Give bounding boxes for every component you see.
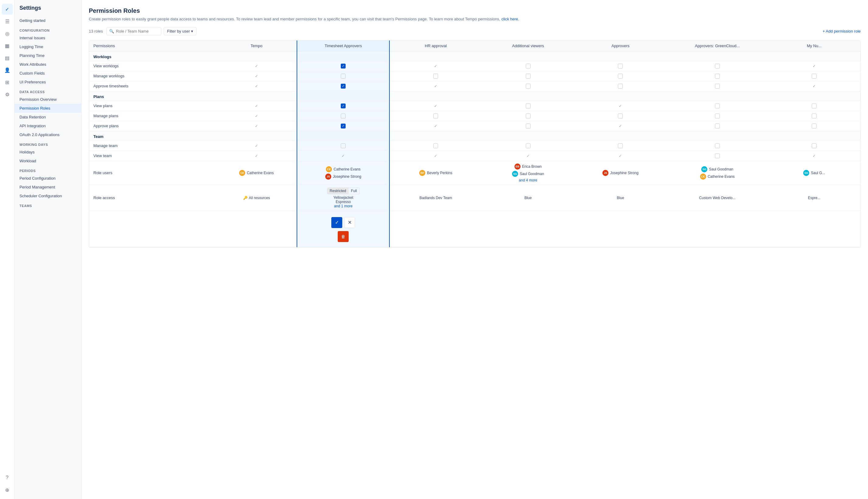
people-icon[interactable]: 👤 bbox=[2, 64, 13, 75]
approvers-cell[interactable] bbox=[575, 71, 667, 81]
approvers-cell[interactable] bbox=[575, 81, 667, 91]
hr-approval-cell[interactable]: ✓ bbox=[389, 61, 482, 71]
sidebar-item-period-management[interactable]: Period Management bbox=[15, 183, 81, 192]
tempo-cell[interactable]: ✓ bbox=[216, 71, 297, 81]
sidebar-item-logging-time[interactable]: Logging Time bbox=[15, 42, 81, 51]
approvers-cell[interactable]: ✓ bbox=[575, 121, 667, 131]
tempo-cell[interactable]: ✓ bbox=[216, 61, 297, 71]
my-num-cell[interactable]: ✓ bbox=[768, 61, 860, 71]
confirm-button[interactable]: ✓ bbox=[331, 217, 342, 228]
approvers-gc-cell[interactable] bbox=[667, 111, 768, 121]
sidebar-item-data-retention[interactable]: Data Retention bbox=[15, 113, 81, 121]
timesheet-cell[interactable] bbox=[297, 71, 389, 81]
more-teams-link[interactable]: and 1 more bbox=[333, 204, 353, 208]
hr-approval-cell[interactable] bbox=[389, 111, 482, 121]
delete-button[interactable]: 🗑 bbox=[338, 231, 349, 242]
my-num-cell[interactable] bbox=[768, 111, 860, 121]
sidebar-item-internal-issues[interactable]: Internal Issues bbox=[15, 34, 81, 42]
role-access-label: Role access bbox=[89, 185, 216, 211]
sidebar-item-scheduler-config[interactable]: Scheduler Configuration bbox=[15, 192, 81, 200]
sidebar-item-holidays[interactable]: Holidays bbox=[15, 148, 81, 157]
bar-chart-icon[interactable]: ▤ bbox=[2, 52, 13, 63]
more-users-link[interactable]: and 4 more bbox=[519, 178, 537, 182]
filter-button[interactable]: Filter by user ▾ bbox=[164, 27, 197, 35]
full-option[interactable]: Full bbox=[349, 188, 359, 194]
help-icon[interactable]: ? bbox=[2, 472, 13, 483]
hr-approval-cell[interactable] bbox=[389, 141, 482, 151]
table-row: View team ✓ ✓ ✓ ✓ ✓ ✓ bbox=[89, 151, 860, 161]
additional-cell[interactable] bbox=[482, 101, 575, 111]
expand-icon[interactable]: ⊕ bbox=[2, 484, 13, 495]
approvers-gc-cell[interactable] bbox=[667, 101, 768, 111]
timesheet-cell[interactable]: ✓ bbox=[297, 61, 389, 71]
timesheet-cell[interactable]: ✓ bbox=[297, 151, 389, 161]
approvers-cell[interactable] bbox=[575, 111, 667, 121]
approvers-gc-cell[interactable] bbox=[667, 81, 768, 91]
add-permission-role-button[interactable]: + Add permission role bbox=[823, 29, 861, 34]
approvers-cell[interactable] bbox=[575, 61, 667, 71]
my-num-cell[interactable] bbox=[768, 71, 860, 81]
timesheet-cell[interactable] bbox=[297, 111, 389, 121]
tempo-cell[interactable]: ✓ bbox=[216, 151, 297, 161]
home-icon[interactable]: ✓ bbox=[2, 4, 13, 15]
approvers-cell[interactable]: ✓ bbox=[575, 151, 667, 161]
role-users-label: Role users bbox=[89, 161, 216, 185]
my-num-cell[interactable]: ✓ bbox=[768, 81, 860, 91]
tempo-cell[interactable]: ✓ bbox=[216, 101, 297, 111]
hr-approval-cell[interactable]: ✓ bbox=[389, 101, 482, 111]
approvers-gc-cell[interactable] bbox=[667, 121, 768, 131]
access-toggle[interactable]: Restricted Full bbox=[327, 187, 360, 194]
approvers-gc-cell[interactable] bbox=[667, 151, 768, 161]
tempo-cell[interactable]: ✓ bbox=[216, 111, 297, 121]
filter-label: Filter by user bbox=[167, 29, 190, 34]
approvers-gc-cell[interactable] bbox=[667, 61, 768, 71]
timesheet-cell[interactable]: ✓ bbox=[297, 81, 389, 91]
additional-cell[interactable] bbox=[482, 61, 575, 71]
my-num-cell[interactable] bbox=[768, 101, 860, 111]
sidebar-item-permission-overview[interactable]: Permission Overview bbox=[15, 95, 81, 104]
hr-approval-cell[interactable]: ✓ bbox=[389, 151, 482, 161]
timesheet-cell[interactable]: ✓ bbox=[297, 101, 389, 111]
compass-icon[interactable]: ◎ bbox=[2, 28, 13, 39]
calendar-icon[interactable]: ☰ bbox=[2, 16, 13, 27]
additional-cell[interactable]: ✓ bbox=[482, 151, 575, 161]
sidebar-item-oauth[interactable]: OAuth 2.0 Applications bbox=[15, 130, 81, 139]
additional-cell[interactable] bbox=[482, 71, 575, 81]
sidebar-item-custom-fields[interactable]: Custom Fields bbox=[15, 69, 81, 78]
gear-icon[interactable]: ⚙ bbox=[2, 89, 13, 100]
sidebar-item-getting-started[interactable]: Getting started bbox=[15, 16, 81, 25]
timesheet-cell[interactable]: ✓ bbox=[297, 121, 389, 131]
chart-icon[interactable]: ▦ bbox=[2, 40, 13, 51]
approvers-gc-cell[interactable] bbox=[667, 141, 768, 151]
tempo-cell[interactable]: ✓ bbox=[216, 121, 297, 131]
sidebar-item-api-integration[interactable]: API Integration bbox=[15, 121, 81, 130]
additional-cell[interactable] bbox=[482, 141, 575, 151]
additional-cell[interactable] bbox=[482, 111, 575, 121]
tempo-cell[interactable]: ✓ bbox=[216, 141, 297, 151]
cancel-button[interactable]: ✕ bbox=[344, 217, 355, 228]
search-box[interactable]: 🔍 bbox=[106, 27, 161, 35]
hr-approval-cell[interactable]: ✓ bbox=[389, 81, 482, 91]
timesheet-cell[interactable] bbox=[297, 141, 389, 151]
hr-approval-cell[interactable] bbox=[389, 71, 482, 81]
hr-approval-cell[interactable]: ✓ bbox=[389, 121, 482, 131]
tempo-cell[interactable]: ✓ bbox=[216, 81, 297, 91]
sidebar-item-permission-roles[interactable]: Permission Roles bbox=[15, 104, 81, 113]
sidebar-item-period-config[interactable]: Period Configuration bbox=[15, 174, 81, 183]
search-input[interactable] bbox=[116, 29, 159, 34]
description-link[interactable]: click here. bbox=[501, 17, 519, 21]
sidebar-item-ui-preferences[interactable]: UI Preferences bbox=[15, 78, 81, 86]
additional-cell[interactable] bbox=[482, 121, 575, 131]
grid-icon[interactable]: ⊞ bbox=[2, 77, 13, 88]
my-num-cell[interactable] bbox=[768, 121, 860, 131]
additional-cell[interactable] bbox=[482, 81, 575, 91]
approvers-cell[interactable] bbox=[575, 141, 667, 151]
my-num-cell[interactable] bbox=[768, 141, 860, 151]
approvers-gc-cell[interactable] bbox=[667, 71, 768, 81]
my-num-cell[interactable]: ✓ bbox=[768, 151, 860, 161]
sidebar-item-planning-time[interactable]: Planning Time bbox=[15, 51, 81, 60]
sidebar-item-work-attributes[interactable]: Work Attributes bbox=[15, 60, 81, 69]
restricted-option[interactable]: Restricted bbox=[327, 188, 349, 194]
approvers-cell[interactable]: ✓ bbox=[575, 101, 667, 111]
sidebar-item-workload[interactable]: Workload bbox=[15, 157, 81, 165]
